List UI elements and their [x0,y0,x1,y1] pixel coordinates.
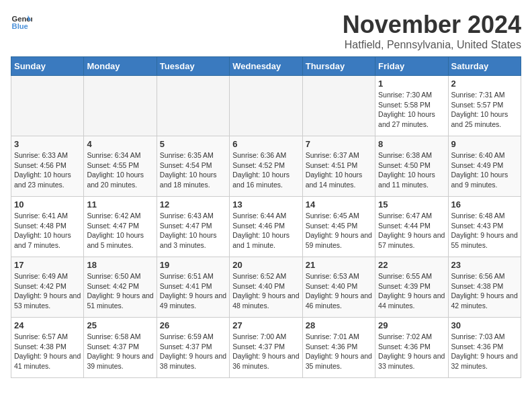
svg-text:Blue: Blue [12,22,28,30]
day-number: 7 [306,139,372,149]
day-number: 12 [160,199,226,210]
calendar-cell: 18Sunrise: 6:50 AMSunset: 4:42 PMDayligh… [84,257,157,318]
logo-icon: General Blue [11,11,32,32]
calendar-cell: 29Sunrise: 7:02 AMSunset: 4:36 PMDayligh… [375,318,448,378]
weekday-header: Sunday [11,57,84,76]
calendar-cell: 28Sunrise: 7:01 AMSunset: 4:36 PMDayligh… [302,318,375,378]
day-info: Sunrise: 6:58 AMSunset: 4:37 PMDaylight:… [87,332,153,371]
calendar-cell [84,76,157,136]
day-info: Sunrise: 6:51 AMSunset: 4:41 PMDaylight:… [160,271,226,311]
day-number: 30 [451,320,518,330]
day-info: Sunrise: 6:43 AMSunset: 4:47 PMDaylight:… [160,211,226,250]
day-info: Sunrise: 6:36 AMSunset: 4:52 PMDaylight:… [232,150,299,190]
day-info: Sunrise: 6:45 AMSunset: 4:45 PMDaylight:… [306,211,372,250]
calendar-cell: 2Sunrise: 7:31 AMSunset: 5:57 PMDaylight… [448,76,521,136]
calendar-week-row: 24Sunrise: 6:57 AMSunset: 4:38 PMDayligh… [11,318,521,378]
day-info: Sunrise: 7:00 AMSunset: 4:37 PMDaylight:… [232,332,299,371]
day-number: 1 [378,79,445,89]
day-number: 24 [14,320,81,330]
day-number: 18 [87,260,153,270]
day-info: Sunrise: 6:38 AMSunset: 4:50 PMDaylight:… [378,150,445,190]
day-info: Sunrise: 6:42 AMSunset: 4:47 PMDaylight:… [87,211,153,250]
day-info: Sunrise: 7:02 AMSunset: 4:36 PMDaylight:… [378,332,445,371]
day-info: Sunrise: 6:56 AMSunset: 4:38 PMDaylight:… [451,271,518,311]
day-info: Sunrise: 6:53 AMSunset: 4:40 PMDaylight:… [306,271,372,311]
day-info: Sunrise: 6:41 AMSunset: 4:48 PMDaylight:… [14,211,81,250]
day-number: 13 [232,199,299,210]
day-info: Sunrise: 6:47 AMSunset: 4:44 PMDaylight:… [378,211,445,250]
calendar-cell: 25Sunrise: 6:58 AMSunset: 4:37 PMDayligh… [84,318,157,378]
calendar-week-row: 17Sunrise: 6:49 AMSunset: 4:42 PMDayligh… [11,257,521,318]
weekday-header: Tuesday [157,57,229,76]
day-number: 22 [378,260,445,270]
calendar-cell: 30Sunrise: 7:03 AMSunset: 4:36 PMDayligh… [448,318,521,378]
day-info: Sunrise: 6:40 AMSunset: 4:49 PMDaylight:… [451,150,518,190]
day-info: Sunrise: 6:59 AMSunset: 4:37 PMDaylight:… [160,332,226,371]
calendar-cell: 26Sunrise: 6:59 AMSunset: 4:37 PMDayligh… [157,318,229,378]
calendar-cell [11,76,84,136]
calendar-cell: 1Sunrise: 7:30 AMSunset: 5:58 PMDaylight… [375,76,448,136]
calendar-cell: 10Sunrise: 6:41 AMSunset: 4:48 PMDayligh… [11,197,84,257]
calendar-cell: 14Sunrise: 6:45 AMSunset: 4:45 PMDayligh… [302,197,375,257]
calendar-cell: 19Sunrise: 6:51 AMSunset: 4:41 PMDayligh… [157,257,229,318]
day-info: Sunrise: 7:03 AMSunset: 4:36 PMDaylight:… [451,332,518,371]
day-number: 23 [451,260,518,270]
day-info: Sunrise: 6:50 AMSunset: 4:42 PMDaylight:… [87,271,153,311]
day-info: Sunrise: 6:33 AMSunset: 4:56 PMDaylight:… [14,150,81,190]
calendar-cell: 11Sunrise: 6:42 AMSunset: 4:47 PMDayligh… [84,197,157,257]
day-info: Sunrise: 6:37 AMSunset: 4:51 PMDaylight:… [306,150,372,190]
calendar-table: SundayMondayTuesdayWednesdayThursdayFrid… [11,56,521,378]
day-info: Sunrise: 6:52 AMSunset: 4:40 PMDaylight:… [232,271,299,311]
day-number: 19 [160,260,226,270]
calendar-week-row: 10Sunrise: 6:41 AMSunset: 4:48 PMDayligh… [11,197,521,257]
calendar-cell: 7Sunrise: 6:37 AMSunset: 4:51 PMDaylight… [302,136,375,197]
calendar-cell: 3Sunrise: 6:33 AMSunset: 4:56 PMDaylight… [11,136,84,197]
day-number: 3 [14,139,81,149]
day-number: 14 [306,199,372,210]
day-number: 2 [451,79,518,89]
day-info: Sunrise: 7:31 AMSunset: 5:57 PMDaylight:… [451,90,518,130]
month-title: November 2024 [343,11,521,39]
calendar-cell [157,76,229,136]
calendar-cell: 13Sunrise: 6:44 AMSunset: 4:46 PMDayligh… [230,197,302,257]
day-number: 5 [160,139,226,149]
calendar-cell: 5Sunrise: 6:35 AMSunset: 4:54 PMDaylight… [157,136,229,197]
day-info: Sunrise: 6:57 AMSunset: 4:38 PMDaylight:… [14,332,81,371]
calendar-cell: 4Sunrise: 6:34 AMSunset: 4:55 PMDaylight… [84,136,157,197]
weekday-header: Wednesday [230,57,302,76]
calendar-cell: 20Sunrise: 6:52 AMSunset: 4:40 PMDayligh… [230,257,302,318]
day-number: 29 [378,320,445,330]
day-number: 8 [378,139,445,149]
calendar-cell: 27Sunrise: 7:00 AMSunset: 4:37 PMDayligh… [230,318,302,378]
weekday-header: Monday [84,57,157,76]
calendar-cell: 16Sunrise: 6:48 AMSunset: 4:43 PMDayligh… [448,197,521,257]
calendar-cell: 9Sunrise: 6:40 AMSunset: 4:49 PMDaylight… [448,136,521,197]
day-number: 10 [14,199,81,210]
location-subtitle: Hatfield, Pennsylvania, United States [343,39,521,51]
calendar-cell: 6Sunrise: 6:36 AMSunset: 4:52 PMDaylight… [230,136,302,197]
calendar-cell: 21Sunrise: 6:53 AMSunset: 4:40 PMDayligh… [302,257,375,318]
calendar-cell: 22Sunrise: 6:55 AMSunset: 4:39 PMDayligh… [375,257,448,318]
calendar-cell: 12Sunrise: 6:43 AMSunset: 4:47 PMDayligh… [157,197,229,257]
day-number: 4 [87,139,153,149]
calendar-week-row: 3Sunrise: 6:33 AMSunset: 4:56 PMDaylight… [11,136,521,197]
day-info: Sunrise: 6:34 AMSunset: 4:55 PMDaylight:… [87,150,153,190]
day-number: 20 [232,260,299,270]
day-number: 21 [306,260,372,270]
calendar-cell [230,76,302,136]
weekday-header: Friday [375,57,448,76]
day-number: 26 [160,320,226,330]
weekday-header-row: SundayMondayTuesdayWednesdayThursdayFrid… [11,57,521,76]
calendar-cell: 23Sunrise: 6:56 AMSunset: 4:38 PMDayligh… [448,257,521,318]
title-section: November 2024 Hatfield, Pennsylvania, Un… [343,11,521,51]
day-info: Sunrise: 7:30 AMSunset: 5:58 PMDaylight:… [378,90,445,130]
day-number: 6 [232,139,299,149]
day-info: Sunrise: 6:44 AMSunset: 4:46 PMDaylight:… [232,211,299,250]
calendar-cell: 24Sunrise: 6:57 AMSunset: 4:38 PMDayligh… [11,318,84,378]
day-info: Sunrise: 7:01 AMSunset: 4:36 PMDaylight:… [306,332,372,371]
calendar-cell [302,76,375,136]
day-number: 9 [451,139,518,149]
weekday-header: Thursday [302,57,375,76]
day-number: 27 [232,320,299,330]
day-number: 15 [378,199,445,210]
